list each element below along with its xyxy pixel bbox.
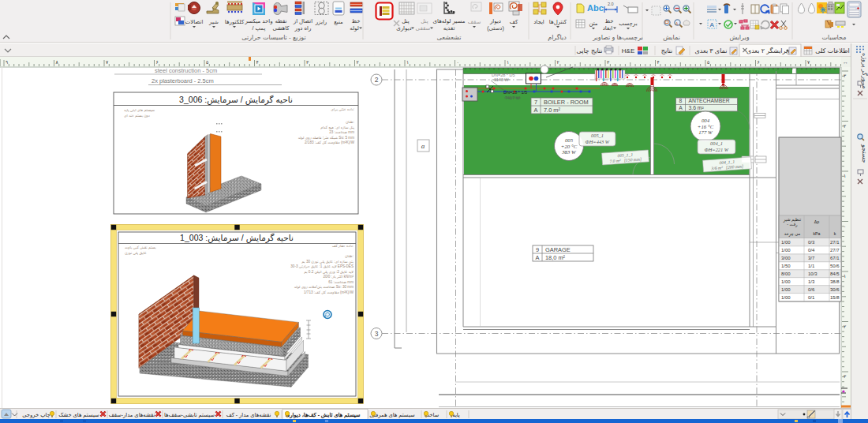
svg-text:کاهشی: کاهشی — [272, 25, 290, 31]
svg-text:50/6: 50/6 — [830, 264, 840, 268]
svg-text:اتصال از: اتصال از — [293, 18, 313, 24]
svg-text:(دستی): (دستی) — [487, 25, 504, 32]
svg-text:2: 2 — [375, 76, 379, 84]
svg-text:↔: ↔ — [843, 59, 848, 65]
svg-text:تشعشعی: تشعشعی — [437, 34, 462, 41]
svg-text:ظنان:: ظنان: — [345, 254, 354, 258]
svg-text:محاسبات: محاسبات — [822, 34, 847, 41]
svg-text:متن: متن — [589, 21, 597, 27]
svg-text:مقاومت کل کف: 2/183 (m²K)/W: مقاومت کل کف: 2/183 (m²K)/W — [305, 140, 355, 144]
svg-text:نقطه: نقطه — [275, 18, 287, 24]
svg-text:۱: ۱ — [507, 60, 509, 65]
svg-text:ΦH=221 W: ΦH=221 W — [705, 147, 729, 152]
svg-text:نقشه‌های مدار-سقف: نقشه‌های مدار-سقف — [109, 412, 155, 418]
svg-text:3: 3 — [375, 330, 379, 338]
svg-text:۲: ۲ — [557, 60, 559, 65]
svg-text:۶: ۶ — [156, 60, 159, 65]
svg-text:ایجاد: ایجاد — [533, 19, 544, 24]
svg-text:- رفت: - رفت — [787, 222, 798, 227]
svg-text:A: A — [710, 21, 715, 28]
svg-text:مرورگر پروژه: مرورگر پروژه — [861, 53, 868, 88]
svg-text:1/3: 1/3 — [808, 279, 815, 284]
svg-text:15/8: 15/8 — [830, 295, 840, 300]
svg-text:9: 9 — [536, 246, 539, 253]
svg-text:۰: ۰ — [844, 224, 846, 229]
svg-text:ابعاد: ابعاد — [603, 25, 613, 31]
svg-text:177 W: 177 W — [698, 129, 713, 135]
svg-text:ANTECHAMBER: ANTECHAMBER — [689, 98, 730, 103]
svg-text:سیستم تابشی-سقف‌ها: سیستم تابشی-سقف‌ها — [164, 412, 215, 418]
svg-text:8/00: 8/00 — [781, 271, 791, 276]
svg-text:۶: ۶ — [758, 60, 760, 65]
svg-text:۲: ۲ — [844, 124, 846, 129]
svg-text:مقاومت کل کف: 1/713 (m²K)/W: مقاومت کل کف: 1/713 (m²K)/W — [304, 290, 354, 294]
svg-text:سیستم های همرفتی: سیستم های همرفتی — [369, 412, 415, 418]
svg-text:نقشه‌های مدار - کف: نقشه‌های مدار - کف — [226, 412, 271, 418]
svg-text:تغذیه: تغذیه — [443, 25, 455, 31]
svg-text:30/6: 30/6 — [830, 287, 840, 292]
svg-text:k: k — [834, 231, 836, 236]
svg-text:واحد میکسر: واحد میکسر — [244, 18, 272, 24]
svg-text:/ پمپ: / پمپ — [253, 25, 266, 32]
svg-text:0/4: 0/4 — [808, 248, 815, 253]
svg-text:۰: ۰ — [457, 60, 459, 65]
svg-text:ظنان:: ظنان: — [346, 120, 354, 124]
svg-text:نمایش: نمایش — [663, 34, 680, 41]
svg-text:A: A — [536, 254, 540, 261]
svg-text:نمای ۳ بعدی: نمای ۳ بعدی — [695, 47, 728, 54]
svg-text:+20 °C: +20 °C — [561, 144, 578, 149]
svg-text:رایزر: رایزر — [315, 19, 327, 25]
svg-text:0/6: 0/6 — [808, 287, 815, 292]
svg-text:سقفی: سقفی — [416, 25, 431, 31]
svg-text:دیوار: دیوار — [489, 18, 501, 24]
svg-text:شیر: شیر — [208, 19, 219, 25]
svg-text:چاپ خروجی: چاپ خروجی — [22, 412, 51, 418]
svg-text:پنل سازه ای: هیچ کدام: پنل سازه ای: هیچ کدام — [320, 125, 354, 129]
svg-text:اتصالات: اتصالات — [185, 19, 204, 24]
svg-text:نتایج چاپی: نتایج چاپی — [577, 47, 603, 54]
svg-text:BOILER - ROOM: BOILER - ROOM — [544, 99, 589, 106]
svg-text:1/1: 1/1 — [808, 264, 815, 268]
svg-text:0/3: 0/3 — [808, 240, 815, 245]
svg-text:اطلاعات کلی: اطلاعات کلی — [815, 47, 849, 54]
svg-text:27/7: 27/7 — [830, 248, 840, 253]
svg-text:18,0 m²: 18,0 m² — [545, 254, 566, 261]
svg-text:1/00: 1/00 — [781, 279, 791, 284]
svg-text:ناحیه گرمایش / سرمایش: 003_1: ناحیه گرمایش / سرمایش: 003_1 — [180, 233, 294, 243]
svg-text:برچسب: برچسب — [619, 21, 637, 27]
svg-text:ضخامت: 23 mm: ضخامت: 23 mm — [329, 130, 354, 134]
svg-text:A: A — [679, 105, 683, 110]
svg-text:۹: ۹ — [6, 60, 8, 65]
svg-text:DN=28 * 1/5: DN=28 * 1/5 — [503, 90, 527, 95]
svg-text:8: 8 — [679, 98, 683, 103]
svg-text:لوله: لوله — [350, 25, 359, 32]
svg-text:برچسب‌ها و تصاویر: برچسب‌ها و تصاویر — [592, 34, 643, 41]
svg-text:004: 004 — [702, 118, 710, 123]
svg-text:سقف: سقف — [468, 19, 481, 24]
svg-text:kPa: kPa — [814, 231, 821, 236]
svg-text:1/50: 1/50 — [781, 264, 791, 268]
svg-text:1/00: 1/00 — [781, 287, 791, 292]
svg-text:۴: ۴ — [657, 60, 660, 65]
svg-text:سیستم های خشک: سیستم های خشک — [58, 412, 99, 418]
svg-text:۱: ۱ — [406, 60, 409, 65]
svg-text:7.0 m²: 7.0 m² — [544, 107, 560, 114]
svg-text:GARAGE: GARAGE — [545, 246, 571, 253]
svg-text:steel construction - 5cm: steel construction - 5cm — [155, 67, 217, 74]
svg-text:۵: ۵ — [206, 60, 208, 65]
svg-text:داده خنثی برای:: داده خنثی برای: — [331, 107, 354, 111]
svg-text:0/1: 0/1 — [808, 295, 815, 300]
svg-text:1/00: 1/00 — [781, 248, 791, 253]
svg-text:84/5: 84/5 — [830, 271, 840, 276]
svg-text:۲: ۲ — [844, 324, 846, 329]
svg-text:1/00: 1/00 — [781, 240, 791, 245]
svg-text:ویرایش: ویرایش — [729, 34, 749, 41]
svg-text:شبکه متر؛ فاصله روی لوله Su: 5: شبکه متر؛ فاصله روی لوله Su: 5 mm — [298, 136, 354, 140]
svg-text:لایه عایق 1: عایق حرارتی 3-30: لایه عایق 1: عایق حرارتی 3-30 EPS-DES — [290, 264, 354, 268]
svg-text:Abc: Abc — [587, 3, 604, 13]
svg-text:+16 °C: +16 °C — [698, 124, 714, 129]
svg-text:004_1: 004_1 — [710, 140, 723, 146]
svg-text:پنل: پنل — [421, 18, 428, 24]
svg-text:1/00: 1/00 — [781, 295, 791, 300]
svg-text:نتایج: نتایج — [661, 47, 672, 54]
